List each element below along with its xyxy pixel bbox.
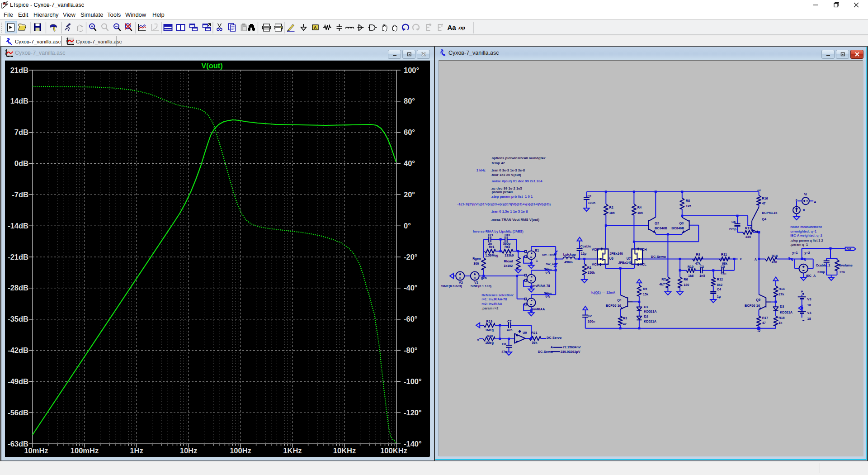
svg-text:15k: 15k (642, 292, 648, 296)
svg-text:1n5: 1n5 (699, 274, 705, 278)
svg-text:Rr3: Rr3 (505, 245, 510, 249)
svg-text:Q2: Q2 (655, 221, 659, 225)
svg-text:R3: R3 (623, 316, 627, 320)
svg-text:1Hz: 1Hz (130, 446, 143, 455)
svg-text:KD521A: KD521A (644, 309, 657, 314)
svg-text:-v: -v (757, 329, 760, 333)
svg-text:IEC_A: IEC_A (806, 274, 816, 278)
svg-text:.step param prb list -1 0 1: .step param prb list -1 0 1 (491, 195, 533, 199)
svg-text:SW_TRAN: SW_TRAN (542, 253, 556, 256)
svg-text:-42dB: -42dB (8, 346, 28, 354)
svg-text:R6: R6 (684, 277, 688, 281)
svg-text:Ccable_1: Ccable_1 (816, 263, 830, 267)
svg-text:V3: V3 (807, 297, 811, 301)
svg-text:BCP56-16: BCP56-16 (744, 304, 760, 308)
svg-text:V4: V4 (807, 311, 811, 315)
svg-text:22k: 22k (839, 270, 845, 274)
svg-text:VCL: VCL (640, 262, 646, 266)
svg-text:47n: 47n (501, 350, 507, 354)
svg-text:x: x (795, 198, 797, 201)
svg-text:V(out): V(out) (201, 62, 223, 70)
svg-text:SINE(0 0 8e3): SINE(0 0 8e3) (441, 284, 462, 288)
svg-text:U7: U7 (626, 256, 630, 261)
svg-text:-14dB: -14dB (8, 222, 28, 230)
svg-text:180: 180 (684, 283, 689, 287)
svg-text:300: 300 (473, 261, 479, 266)
svg-text:R19: R19 (486, 319, 492, 323)
svg-text:x: x (477, 338, 479, 342)
svg-text:R8: R8 (685, 199, 689, 203)
svg-text:R4: R4 (637, 205, 642, 209)
svg-text:R13: R13 (745, 226, 751, 230)
svg-text:Rload: Rload (504, 259, 513, 263)
svg-text:unweighted: q=1: unweighted: q=1 (790, 229, 816, 233)
svg-text:1 kHz: 1 kHz (476, 168, 485, 172)
svg-text:1k: 1k (778, 321, 783, 325)
svg-text:R9: R9 (696, 252, 700, 256)
svg-text:47n: 47n (507, 328, 513, 332)
svg-text:BC846B: BC846B (671, 226, 684, 230)
svg-text:BCP56-16: BCP56-16 (605, 304, 621, 308)
svg-text:Rr1: Rr1 (489, 245, 494, 249)
svg-text:+v: +v (757, 188, 761, 192)
svg-text:27k: 27k (778, 292, 784, 296)
svg-text:Q3: Q3 (679, 221, 684, 225)
svg-text:C6: C6 (731, 220, 736, 224)
svg-text:8k2: 8k2 (717, 283, 722, 287)
svg-text:C4: C4 (717, 287, 721, 291)
svg-text:.tran 0 3e-3 1e-3 3e-8: .tran 0 3e-3 1e-3 3e-8 (491, 168, 525, 172)
svg-text:Rvolume: Rvolume (839, 263, 853, 267)
svg-text:470: 470 (771, 260, 777, 264)
svg-text:-100°: -100° (404, 377, 422, 385)
svg-text:JFEx140: JFEx140 (609, 252, 623, 256)
svg-text:-56dB: -56dB (8, 408, 28, 417)
svg-text:.step param q list 1 2: .step param q list 1 2 (790, 238, 823, 242)
svg-text:-60°: -60° (404, 315, 417, 323)
svg-text:47: 47 (762, 201, 765, 205)
svg-text:100n: 100n (587, 319, 595, 323)
svg-text:Ii: Ii (803, 208, 805, 212)
svg-text:-20°: -20° (404, 253, 417, 261)
svg-text:R1: R1 (587, 266, 591, 270)
svg-text:.four 1e3 20 V(out): .four 1e3 20 V(out) (491, 173, 521, 177)
svg-text:1k5: 1k5 (637, 211, 642, 215)
svg-text:D2: D2 (644, 314, 648, 318)
svg-text:R18: R18 (771, 254, 777, 258)
svg-text:.temp 42: .temp 42 (491, 161, 505, 165)
svg-text:A: A (814, 200, 816, 204)
svg-text:100n: 100n (588, 201, 595, 205)
svg-text:VCH: VCH (640, 247, 646, 252)
svg-text:100Hz: 100Hz (230, 446, 251, 455)
svg-text:A: A (314, 25, 317, 30)
svg-text:C1: C1 (587, 194, 591, 198)
svg-text:Inverse-RIAA by Lipshitz (JAES: Inverse-RIAA by Lipshitz (JAES) (473, 229, 524, 233)
svg-text:18: 18 (807, 317, 811, 321)
svg-text:7dB: 7dB (14, 128, 28, 136)
svg-text:C3: C3 (699, 265, 703, 269)
svg-text:-49dB: -49dB (8, 377, 28, 385)
svg-text:72.15634nV: 72.15634nV (562, 345, 580, 349)
svg-text:r=1: Inv.RIAA-78: r=1: Inv.RIAA-78 (481, 297, 507, 301)
svg-text:JFEx140: JFEx140 (618, 261, 632, 265)
svg-text:-40°: -40° (404, 284, 417, 292)
svg-text:Q5: Q5 (756, 298, 760, 302)
svg-text:R20: R20 (486, 334, 492, 338)
svg-text:A: A (754, 257, 757, 261)
svg-text:.param q=1: .param q=1 (790, 242, 808, 247)
svg-text:KD521A: KD521A (780, 310, 793, 314)
svg-text:R16: R16 (762, 196, 768, 200)
svg-text:KD521A: KD521A (644, 319, 657, 323)
svg-text:Cr1: Cr1 (488, 233, 493, 237)
svg-text:.noise V(out) V1 dec 99 2e1 2e: .noise V(out) V1 dec 99 2e1 2e4 (491, 179, 542, 183)
svg-text:150k: 150k (587, 271, 595, 275)
svg-text:.op: .op (458, 25, 466, 30)
svg-text:1k5: 1k5 (609, 211, 614, 215)
svg-text:SWeq: SWeq (544, 267, 552, 271)
svg-text:y=2: y=2 (804, 251, 810, 255)
svg-text:1k5: 1k5 (685, 204, 691, 208)
svg-text:gen: gen (481, 276, 486, 280)
svg-text:-21dB: -21dB (8, 253, 28, 261)
svg-text:100°: 100° (404, 66, 419, 74)
svg-text:Q4: Q4 (762, 217, 767, 221)
svg-text:Cr3: Cr3 (505, 233, 510, 237)
